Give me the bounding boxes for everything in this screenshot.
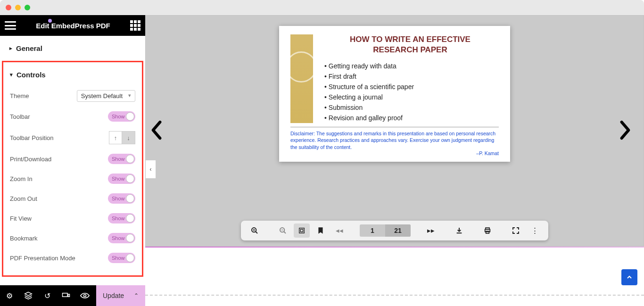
slide-title: HOW TO WRITE AN EFFECTIVE RESEARCH PAPER (322, 34, 499, 55)
pdf-page: HOW TO WRITE AN EFFECTIVE RESEARCH PAPER… (279, 26, 510, 162)
section-label: General (16, 44, 42, 52)
next-page-button[interactable] (618, 120, 632, 142)
zoom-in-toggle[interactable]: Show (108, 174, 135, 184)
presentation-label: PDF Presentation Mode (10, 255, 75, 262)
devices-icon[interactable] (57, 292, 75, 299)
page-title-text: Edit EmbedPress PDF (36, 22, 110, 30)
update-button[interactable]: Update ⌃ (96, 285, 145, 306)
svg-rect-11 (299, 228, 305, 233)
mac-window-bar (0, 0, 644, 15)
section-label: Controls (17, 71, 46, 79)
position-top-button[interactable] (109, 131, 122, 144)
control-zoom-in: Zoom In Show (10, 169, 135, 189)
list-item: Structure of a scientific paper (324, 82, 499, 92)
fit-view-label: Fit View (10, 215, 32, 222)
print-download-label: Print/Download (10, 156, 51, 163)
more-icon[interactable]: ⋮ (527, 223, 543, 238)
toolbar-label: Toolbar (10, 113, 30, 120)
bookmark-button[interactable] (313, 223, 329, 238)
control-toolbar: Toolbar Show (10, 107, 135, 126)
list-item: Submission (324, 102, 499, 113)
gear-icon[interactable]: ⚙ (0, 291, 19, 300)
print-download-toggle[interactable]: Show (108, 154, 135, 164)
svg-rect-1 (63, 293, 68, 297)
mac-minimize[interactable] (15, 5, 21, 10)
svg-point-3 (84, 295, 86, 297)
svg-line-9 (284, 232, 286, 233)
zoom-out-toggle[interactable]: Show (108, 193, 135, 204)
history-icon[interactable]: ↺ (38, 291, 57, 300)
fit-view-button[interactable] (294, 223, 310, 238)
current-page: 1 (360, 224, 385, 237)
control-theme: Theme System Default (10, 85, 135, 107)
section-controls[interactable]: ▾ Controls (10, 67, 135, 85)
control-bookmark: Bookmark Show (10, 228, 135, 248)
chevron-down-icon: ▾ (10, 72, 13, 78)
bookmark-toggle[interactable]: Show (108, 233, 135, 243)
layers-icon[interactable] (19, 291, 38, 300)
list-item: Revision and galley proof (324, 113, 499, 123)
toolbar-position-buttons (109, 131, 135, 144)
svg-rect-15 (486, 231, 489, 233)
control-toolbar-position: Toolbar Position (10, 126, 135, 149)
pdf-toolbar: ◂◂ 1 21 ▸▸ ⋮ (241, 221, 548, 240)
chevron-right-icon: ▸ (9, 45, 12, 51)
toolbar-toggle[interactable]: Show (108, 111, 135, 122)
position-bottom-button[interactable] (122, 131, 135, 144)
apps-icon[interactable] (130, 20, 140, 31)
slide-author: –P. Kamat (290, 150, 499, 156)
fit-view-toggle[interactable]: Show (108, 213, 135, 223)
sidebar-footer: ⚙ ↺ Update ⌃ (0, 285, 145, 306)
total-pages: 21 (385, 224, 411, 237)
scroll-to-top-button[interactable] (621, 269, 637, 285)
print-button[interactable] (479, 223, 495, 238)
update-label: Update (103, 292, 124, 299)
control-fit-view: Fit View Show (10, 208, 135, 228)
section-divider (145, 295, 644, 296)
zoom-in-button[interactable] (247, 223, 263, 238)
slide-bullets: Getting ready with data First draft Stru… (322, 61, 499, 123)
first-page-button[interactable]: ◂◂ (331, 223, 347, 238)
svg-line-5 (256, 232, 257, 233)
list-item: Selecting a journal (324, 92, 499, 102)
zoom-in-label: Zoom In (10, 175, 33, 182)
slide-disclaimer: Disclaimer: The suggestions and remarks … (290, 127, 499, 150)
svg-marker-0 (25, 292, 32, 296)
control-print-download: Print/Download Show (10, 149, 135, 169)
page-title: Edit EmbedPress PDF (22, 22, 124, 30)
theme-select[interactable]: System Default (77, 90, 135, 102)
accent-divider (145, 247, 644, 248)
pdf-viewer: ‹ HOW TO WRITE AN EFFECTIVE RESEARCH PAP… (145, 15, 644, 247)
unsaved-indicator (48, 19, 52, 23)
sidebar-header: Edit EmbedPress PDF (0, 15, 145, 36)
section-controls-highlighted: ▾ Controls Theme System Default Toolbar … (2, 61, 143, 277)
collapse-sidebar-button[interactable]: ‹ (146, 160, 156, 179)
chevron-up-icon: ⌃ (134, 292, 139, 299)
menu-icon[interactable] (5, 21, 16, 30)
control-zoom-out: Zoom Out Show (10, 189, 135, 208)
page-indicator[interactable]: 1 21 (360, 224, 411, 237)
slide-decoration (290, 34, 313, 123)
control-presentation: PDF Presentation Mode Show (10, 248, 135, 268)
list-item: Getting ready with data (324, 61, 499, 71)
theme-label: Theme (10, 92, 29, 99)
presentation-toggle[interactable]: Show (108, 253, 135, 263)
svg-rect-2 (68, 294, 70, 297)
prev-page-button[interactable] (149, 120, 164, 142)
last-page-button[interactable]: ▸▸ (423, 223, 439, 238)
zoom-out-button[interactable] (275, 223, 291, 238)
download-button[interactable] (451, 223, 467, 238)
zoom-out-label: Zoom Out (10, 195, 37, 202)
settings-sidebar: Edit EmbedPress PDF ▸ General ▾ Controls… (0, 15, 145, 306)
bookmark-label: Bookmark (10, 235, 38, 242)
list-item: First draft (324, 71, 499, 82)
fullscreen-button[interactable] (508, 223, 524, 238)
section-general[interactable]: ▸ General (0, 36, 145, 61)
toolbar-position-label: Toolbar Position (10, 134, 54, 141)
eye-icon[interactable] (75, 292, 94, 299)
mac-close[interactable] (6, 5, 11, 10)
mac-zoom[interactable] (25, 5, 30, 10)
svg-rect-12 (300, 229, 303, 232)
